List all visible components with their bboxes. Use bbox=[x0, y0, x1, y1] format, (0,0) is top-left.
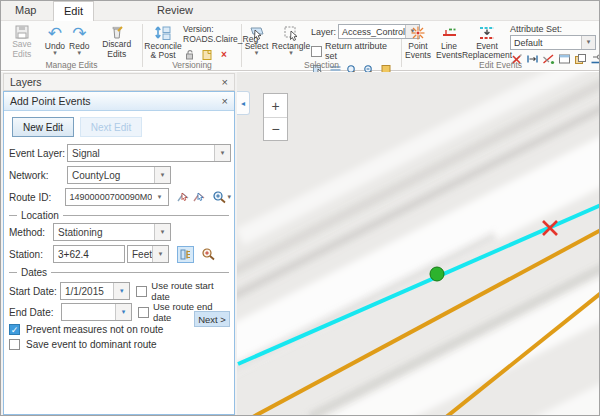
prevent-measures-label: Prevent measures not on route bbox=[26, 324, 163, 335]
save-dominant-checkbox[interactable] bbox=[9, 339, 20, 350]
save-edits-label: Save Edits bbox=[3, 40, 41, 59]
trash-icon bbox=[109, 24, 125, 40]
group-label-manage-edits: Manage Edits bbox=[1, 60, 142, 70]
return-attribute-set-checkbox[interactable] bbox=[311, 46, 322, 57]
attribute-set-combo[interactable]: Default ▾ bbox=[510, 35, 596, 50]
route-id-combo-arrow[interactable]: ▾ bbox=[152, 189, 168, 205]
method-combo-arrow[interactable]: ▾ bbox=[154, 224, 170, 240]
next-button[interactable]: Next > bbox=[194, 311, 230, 327]
highlighted-route-line bbox=[238, 205, 600, 364]
route-id-label: Route ID: bbox=[9, 192, 65, 203]
zoom-to-station-icon[interactable] bbox=[200, 246, 217, 263]
new-edit-button[interactable]: New Edit bbox=[12, 117, 74, 137]
select-tool-icon bbox=[248, 24, 265, 42]
station-units-value: Feet bbox=[128, 249, 152, 260]
line-events-label: Line Events bbox=[436, 42, 462, 61]
route-id-combo[interactable]: 14900000700090M01 ▾ bbox=[65, 188, 169, 206]
use-route-end-date-checkbox[interactable] bbox=[138, 307, 149, 318]
clear-route-selection-icon[interactable] bbox=[191, 189, 207, 206]
station-picker-tool-icon[interactable] bbox=[177, 246, 194, 263]
dates-section-label: Dates bbox=[21, 267, 47, 278]
undo-dropdown-caret[interactable]: ▾ bbox=[53, 51, 57, 56]
attribute-set-label: Attribute Set: bbox=[510, 24, 596, 34]
group-versioning: Reconcile & Post Version: ROADS.Claire_R… bbox=[143, 21, 241, 71]
select-route-on-map-icon[interactable] bbox=[175, 189, 191, 206]
redo-button[interactable]: ↷ Redo ▾ bbox=[67, 23, 91, 59]
layer-label: Layer: bbox=[311, 27, 336, 37]
ribbon-tab-bar: Map Edit Review bbox=[1, 1, 599, 21]
event-layer-value: Signal bbox=[68, 148, 214, 159]
end-date-combo-arrow[interactable]: ▾ bbox=[115, 304, 131, 320]
network-value: CountyLog bbox=[68, 170, 154, 181]
event-layer-label: Event Layer: bbox=[9, 148, 67, 159]
map-view[interactable]: ◂ + − bbox=[237, 72, 600, 416]
reconcile-icon bbox=[154, 24, 172, 42]
point-events-label: Point Events bbox=[404, 42, 432, 61]
prevent-measures-checkbox[interactable]: ✓ bbox=[9, 324, 20, 335]
layers-close-icon[interactable]: × bbox=[222, 76, 228, 88]
use-route-start-date-label: Use route start date bbox=[151, 280, 233, 302]
undo-button[interactable]: ↶ Undo ▾ bbox=[43, 23, 67, 59]
reconcile-post-button[interactable]: Reconcile & Post bbox=[143, 23, 183, 61]
start-date-combo-arrow[interactable]: ▾ bbox=[113, 283, 129, 299]
start-date-value: 1/1/2015 bbox=[61, 286, 113, 297]
select-dropdown-caret[interactable]: ▾ bbox=[255, 51, 259, 56]
redo-dropdown-caret[interactable]: ▾ bbox=[78, 51, 82, 56]
zoom-out-button[interactable]: − bbox=[264, 117, 287, 140]
event-replacement-label: Event Replacement bbox=[462, 42, 512, 61]
redo-icon: ↷ bbox=[72, 24, 86, 42]
point-events-icon bbox=[410, 24, 426, 42]
group-manage-edits: Save Edits ↶ Undo ▾ ↷ Redo ▾ bbox=[1, 21, 142, 71]
event-replacement-icon bbox=[478, 24, 496, 42]
location-section-label: Location bbox=[21, 210, 59, 221]
network-combo[interactable]: CountyLog ▾ bbox=[67, 166, 171, 184]
location-section-separator: Location bbox=[9, 210, 229, 221]
tab-map[interactable]: Map bbox=[5, 1, 46, 21]
next-edit-button[interactable]: Next Edit bbox=[80, 117, 142, 137]
point-events-button[interactable]: Point Events bbox=[402, 23, 434, 65]
event-layer-combo[interactable]: Signal ▾ bbox=[67, 144, 231, 162]
network-label: Network: bbox=[9, 170, 67, 181]
start-date-label: Start Date: bbox=[9, 286, 60, 297]
undo-icon: ↶ bbox=[48, 24, 62, 42]
dates-section-separator: Dates bbox=[9, 267, 229, 278]
left-pane: Layers × Add Point Events × New Edit Nex… bbox=[1, 72, 237, 416]
station-label: Station: bbox=[9, 249, 53, 260]
network-combo-arrow[interactable]: ▾ bbox=[154, 167, 170, 183]
ribbon: Map Edit Review Save Edits ↶ Undo bbox=[1, 1, 599, 71]
zoom-to-route-icon[interactable] bbox=[211, 189, 227, 206]
station-units-combo-arrow[interactable]: ▾ bbox=[152, 246, 168, 262]
start-date-combo[interactable]: 1/1/2015 ▾ bbox=[60, 282, 130, 300]
station-units-combo[interactable]: Feet ▾ bbox=[127, 245, 169, 263]
attribute-set-combo-arrow[interactable]: ▾ bbox=[581, 36, 595, 49]
discard-edits-button[interactable]: Discard Edits bbox=[91, 23, 142, 59]
tab-review[interactable]: Review bbox=[147, 1, 203, 21]
pane-collapse-tab[interactable]: ◂ bbox=[237, 91, 250, 115]
group-label-versioning: Versioning bbox=[143, 60, 241, 70]
group-selection: Select ▾ Rectangle ▾ Layer: bbox=[242, 21, 401, 71]
group-label-selection: Selection bbox=[242, 60, 401, 70]
tab-edit[interactable]: Edit bbox=[53, 1, 94, 21]
zoom-to-route-caret[interactable]: ▾ bbox=[227, 195, 231, 200]
line-events-icon bbox=[441, 24, 458, 42]
add-point-events-panel: Add Point Events × New Edit Next Edit Ev… bbox=[3, 91, 235, 415]
method-combo[interactable]: Stationing ▾ bbox=[53, 223, 171, 241]
save-edits-button[interactable]: Save Edits bbox=[1, 23, 43, 59]
map-zoom-control: + − bbox=[263, 93, 288, 141]
add-point-events-close-icon[interactable]: × bbox=[222, 95, 228, 107]
rectangle-dropdown-caret[interactable]: ▾ bbox=[289, 51, 293, 56]
road-line-1 bbox=[251, 230, 600, 416]
end-date-label: End Date: bbox=[9, 307, 61, 318]
line-events-button[interactable]: Line Events bbox=[434, 23, 464, 65]
group-edit-events: Point Events Line Events Event Replaceme… bbox=[402, 21, 599, 71]
event-replacement-button[interactable]: Event Replacement bbox=[464, 23, 510, 65]
attribute-set-value: Default bbox=[511, 38, 581, 48]
use-route-start-date-checkbox[interactable] bbox=[136, 286, 147, 297]
end-date-combo[interactable]: ▾ bbox=[61, 303, 132, 321]
station-input[interactable] bbox=[53, 245, 125, 263]
rectangle-select-icon bbox=[283, 24, 300, 42]
road-line-2 bbox=[445, 293, 600, 416]
route-id-value: 14900000700090M01 bbox=[66, 192, 152, 202]
event-layer-combo-arrow[interactable]: ▾ bbox=[214, 145, 230, 161]
zoom-in-button[interactable]: + bbox=[264, 94, 287, 117]
